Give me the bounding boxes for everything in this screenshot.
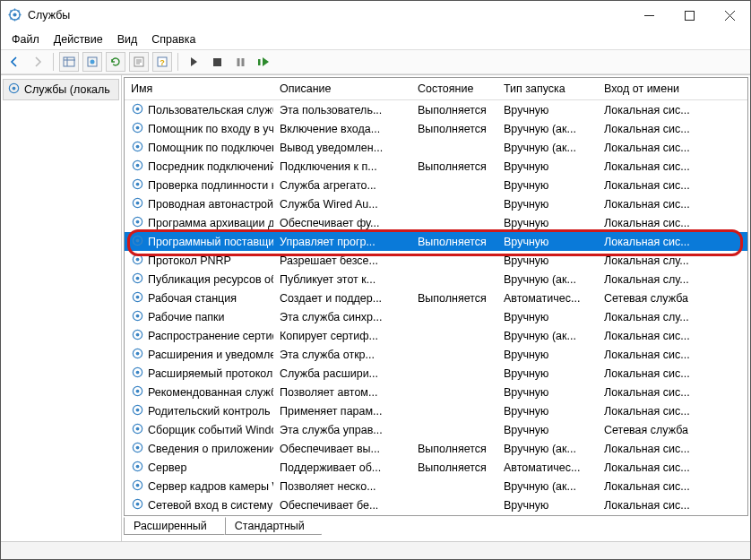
column-name[interactable]: Имя [125, 78, 273, 99]
service-icon [131, 102, 144, 118]
export-button[interactable] [82, 52, 102, 72]
maximize-button[interactable] [669, 1, 710, 30]
column-description[interactable]: Описание [273, 78, 411, 99]
service-row[interactable]: Распространение сертиф...Копирует сертиф… [125, 326, 747, 345]
service-name: Помощник по входу в уче... [148, 123, 273, 135]
service-description: Применяет парам... [273, 405, 411, 418]
service-row[interactable]: Сведения о приложенииОбеспечивает вы...В… [125, 439, 747, 458]
svg-point-36 [136, 144, 140, 148]
service-row[interactable]: Посредник подключений ...Подключения к п… [125, 157, 747, 176]
services-window: Службы Файл Действие Вид Справка ? Служ [0, 0, 751, 560]
service-row[interactable]: Помощник по входу в уче...Включение вход… [125, 119, 747, 138]
service-row[interactable]: Сборщик событий WindowsЭта служба управ.… [125, 420, 747, 439]
help-button[interactable]: ? [152, 52, 172, 72]
service-row[interactable]: СерверПоддерживает об...ВыполняетсяАвтом… [125, 458, 747, 477]
service-state: Выполняется [411, 292, 497, 305]
service-description: Копирует сертиф... [273, 330, 411, 342]
service-row[interactable]: Проверка подлинности на...Служба агрегат… [125, 176, 747, 194]
pause-service-button[interactable] [230, 52, 250, 72]
service-icon [131, 403, 144, 419]
console-tree[interactable]: Службы (локаль [1, 75, 122, 541]
service-row[interactable]: Родительский контрольПрименяет парам...В… [125, 401, 747, 420]
properties-button[interactable] [129, 52, 149, 72]
service-logon: Локальная сис... [598, 179, 747, 192]
service-row[interactable]: Сетевой вход в системуОбеспечивает бе...… [125, 495, 747, 514]
service-row[interactable]: Расширяемый протокол п...Служба расшири.… [125, 364, 747, 383]
service-row[interactable]: Проводная автонастройкаСлужба Wired Au..… [125, 194, 747, 213]
services-list: Имя Описание Состояние Тип запуска Вход … [124, 77, 748, 516]
service-startup: Автоматичес... [497, 292, 598, 305]
menu-file[interactable]: Файл [4, 31, 47, 47]
service-startup: Вручную [497, 179, 598, 192]
service-row[interactable]: Пользовательская служба...Эта пользовате… [125, 100, 747, 119]
menu-action[interactable]: Действие [47, 31, 110, 47]
service-name: Сведения о приложении [148, 443, 273, 455]
service-row[interactable]: Программный поставщик...Управляет прогр.… [125, 232, 747, 251]
close-button[interactable] [710, 1, 750, 30]
service-icon [131, 159, 144, 175]
service-startup: Вручную (ак... [497, 123, 598, 135]
service-logon: Сетевая служба [598, 424, 747, 436]
refresh-button[interactable] [106, 52, 125, 72]
service-row[interactable]: Сетевые подключенияУправляет объект...Вр… [125, 514, 747, 515]
service-startup: Вручную [497, 367, 598, 380]
service-row[interactable]: Рабочая станцияСоздает и поддер...Выполн… [125, 289, 747, 307]
body-area: Службы (локаль Имя Описание Состояние Ти… [1, 74, 750, 541]
svg-point-18 [91, 60, 95, 65]
service-name: Распространение сертиф... [148, 330, 273, 342]
service-name: Рекомендованная служба ... [148, 386, 273, 399]
restart-service-button[interactable] [254, 52, 273, 72]
service-state: Выполняется [411, 160, 497, 173]
column-logon[interactable]: Вход от имени [598, 78, 747, 99]
menubar: Файл Действие Вид Справка [1, 30, 750, 49]
service-row[interactable]: Программа архивации да...Обеспечивает фу… [125, 213, 747, 232]
tab-extended[interactable]: Расширенный [124, 517, 225, 535]
service-icon [131, 460, 144, 476]
service-description: Создает и поддер... [273, 292, 411, 305]
service-state: Выполняется [411, 236, 497, 248]
service-description: Управляет прогр... [273, 236, 411, 248]
start-service-button[interactable] [184, 52, 203, 72]
column-state[interactable]: Состояние [411, 78, 497, 99]
menu-view[interactable]: Вид [110, 31, 145, 47]
service-name: Сборщик событий Windows [148, 424, 273, 436]
back-button[interactable] [4, 52, 24, 72]
service-row[interactable]: Публикация ресурсов обн...Публикует этот… [125, 270, 747, 289]
service-state: Выполняется [411, 461, 497, 474]
service-icon [131, 309, 144, 325]
service-description: Обеспечивает фу... [273, 217, 411, 229]
service-row[interactable]: Сервер кадров камеры Wi...Позволяет неск… [125, 477, 747, 495]
service-row[interactable]: Помощник по подключени...Вывод уведомлен… [125, 138, 747, 157]
view-tabs: Расширенный Стандартный [124, 518, 748, 539]
service-description: Публикует этот к... [273, 273, 411, 286]
service-startup: Вручную [497, 311, 598, 323]
column-startup[interactable]: Тип запуска [497, 78, 598, 99]
service-logon: Локальная сис... [598, 123, 747, 135]
svg-point-40 [136, 182, 140, 185]
service-description: Позволяет автом... [273, 386, 411, 399]
service-row[interactable]: Рабочие папкиЭта служба синхр...ВручнуюЛ… [125, 307, 747, 326]
tab-standard[interactable]: Стандартный [225, 517, 322, 535]
service-name: Сервер кадров камеры Wi... [148, 480, 273, 493]
svg-rect-11 [686, 11, 695, 20]
menu-help[interactable]: Справка [144, 31, 203, 47]
service-row[interactable]: Расширения и уведомлен...Эта служба откр… [125, 345, 747, 364]
service-startup: Вручную [497, 198, 598, 211]
service-name: Расширения и уведомлен... [148, 349, 273, 361]
service-description: Поддерживает об... [273, 461, 411, 474]
service-description: Обеспечивает вы... [273, 443, 411, 455]
rows-container[interactable]: Пользовательская служба...Эта пользовате… [125, 100, 747, 515]
service-startup: Вручную (ак... [497, 142, 598, 154]
stop-service-button[interactable] [207, 52, 227, 72]
forward-button[interactable] [28, 52, 47, 72]
svg-rect-26 [237, 58, 239, 66]
minimize-button[interactable] [629, 1, 669, 30]
tree-node-services[interactable]: Службы (локаль [3, 79, 119, 100]
service-icon [131, 215, 144, 231]
show-hide-tree-button[interactable] [59, 52, 79, 72]
service-row[interactable]: Протокол PNRPРазрешает безсе...ВручнуюЛо… [125, 251, 747, 270]
svg-point-32 [136, 107, 140, 110]
service-row[interactable]: Рекомендованная служба ...Позволяет авто… [125, 383, 747, 401]
service-icon [131, 290, 144, 306]
service-icon [131, 422, 144, 438]
